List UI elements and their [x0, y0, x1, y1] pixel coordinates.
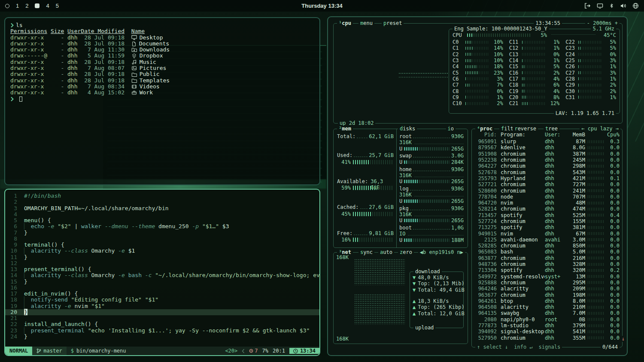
sort-selector[interactable]: ← cpu lazy → [580, 126, 620, 132]
process-cpu-graph [588, 177, 605, 180]
terminal-window-ls[interactable]: lsPermissionsSizeUserDate ModifiedNamedr… [4, 17, 320, 185]
process-row[interactable]: 964508alacrittydhh210M0.0 [474, 304, 620, 310]
cpu-core: C141% [509, 57, 560, 63]
workspace-3-active[interactable] [35, 3, 39, 8]
column-header[interactable]: Program: [497, 132, 545, 138]
ls-header: Permissions [10, 28, 51, 34]
interface-selector[interactable]: ◀b enp191s0 n▶ [418, 249, 465, 256]
process-memory: 0B [567, 317, 585, 323]
process-memory: 198M [567, 292, 585, 298]
file-date: 7 Aug 08:34 [81, 84, 125, 90]
proc-key-hints: ↑ select ↓info ↵signals [475, 344, 562, 350]
column-header[interactable]: Pid: [474, 132, 497, 138]
process-row[interactable]: 2125avahi-daemonavahi3.0M0.0 [474, 237, 620, 243]
process-row[interactable]: 963877chromiumdhh216M0.0 [474, 255, 620, 261]
process-row[interactable]: 2080napi/phy0-0root0B0.0 [474, 317, 620, 323]
core-label: C23 [565, 45, 577, 51]
process-row[interactable]: 778704nodedhh707M0.0 [474, 194, 620, 200]
net-stat-row: ▼Top: (2,13 Mib) [413, 281, 461, 287]
code-line: 20} [5, 309, 319, 315]
process-memory: 421M [567, 175, 585, 181]
process-table-header[interactable]: Pid:Program:User:MemBCpu% [474, 132, 620, 138]
file-size: - [51, 78, 64, 84]
file-name[interactable]: $ bin/omarchy-menu [67, 347, 131, 355]
process-row[interactable]: 951908chromiumdhh387M0.0 [474, 151, 620, 157]
reverse-toggle[interactable]: reverse [513, 126, 538, 132]
tree-toggle[interactable]: tree [544, 126, 559, 132]
process-row[interactable]: 528214chromiumdhh474M0.0 [474, 206, 620, 212]
workspace-indicator[interactable] [5, 4, 9, 8]
code-buffer[interactable]: 1#!/bin/bash23OMARCHY_BIN_PATH=~/.local/… [5, 190, 319, 347]
workspace-2[interactable]: 2 [25, 3, 28, 9]
process-row[interactable]: 964227chromiumdhh298M0.0 [474, 163, 620, 169]
process-user: dhh [545, 255, 567, 261]
cpu-temperature: 45°C [600, 32, 616, 38]
system-monitor-window-btop[interactable]: ¹cpu menu preset 13:34:55 - 2000ms + up … [327, 16, 628, 356]
git-branch[interactable]: master [32, 347, 66, 355]
process-row[interactable]: 713304spotifydhh320M0.2 [474, 267, 620, 273]
process-cpu-percent: 0.0 [605, 194, 620, 200]
process-cpu-graph [588, 336, 605, 339]
process-row[interactable]: 713275spotifydhh381M0.0 [474, 224, 620, 230]
menu-button[interactable]: menu [358, 20, 374, 27]
core-meter [522, 77, 546, 80]
process-cpu-graph [588, 312, 605, 315]
disk-entry: home930G316KU265G [399, 166, 464, 185]
branch-icon [36, 348, 41, 353]
column-header[interactable]: MemB [567, 132, 585, 138]
file-row: drwx------@-dhh5 Aug 11:59Dropbox [10, 53, 314, 59]
process-row[interactable]: 528285chromiumdhh850M0.0 [474, 243, 620, 249]
process-row[interactable]: 964720nvimdhh48M0.0 [474, 200, 620, 206]
process-row[interactable]: 964246alacrittydhh209M0.0 [474, 286, 620, 292]
workspace-4[interactable]: 4 [46, 3, 49, 9]
process-row[interactable]: 527724chromiumdhh155M0.0 [474, 218, 620, 224]
proc-box-title[interactable]: ⁴proc [475, 126, 494, 132]
cpu-box-title[interactable]: ¹cpu [337, 20, 353, 27]
process-row[interactable]: 925888chromiumdhh295M0.0 [474, 280, 620, 286]
process-row[interactable]: 964261btopdhh8.0M0.0 [474, 298, 620, 304]
process-user: dhh [545, 267, 567, 273]
column-header[interactable]: Cpu% [605, 132, 620, 138]
io-toggle[interactable]: io [446, 126, 456, 132]
auto-toggle[interactable]: auto [378, 249, 394, 256]
line-number: 1 [5, 193, 24, 199]
stat-percent: 41% [337, 159, 351, 165]
process-cpu-graph [588, 226, 605, 229]
process-row[interactable]: 879567kdenlivedhh8.0G0.0 [474, 145, 620, 151]
disk-name: pkg [399, 205, 409, 211]
process-row[interactable]: 964135swaybgdhh7.0M0.0 [474, 310, 620, 316]
sync-toggle[interactable]: sync [358, 249, 374, 256]
stat-meter [353, 238, 394, 242]
process-cpu-percent: 0.0 [605, 274, 620, 280]
process-row[interactable]: 528600chromiumdhh241M0.0 [474, 187, 620, 193]
process-row[interactable]: 394092signal-desktopdhh541M0.0 [474, 329, 620, 335]
zero-toggle[interactable]: zero [398, 249, 414, 256]
process-row[interactable]: 255793Hyprlanddhh421M0.1 [474, 175, 620, 181]
process-row[interactable]: 965091slurpdhh87M0.3 [474, 139, 620, 145]
cpu-total-meter [467, 33, 532, 37]
process-row[interactable]: 549972systemd-resolvesyst+13M0.0 [474, 274, 620, 280]
process-row[interactable]: 527950chromiumdhh355M0.0 [474, 335, 620, 341]
workspace-5[interactable]: 5 [56, 3, 59, 9]
process-row[interactable]: 948736chromiumdhh328M0.0 [474, 261, 620, 267]
process-user: dhh [545, 292, 567, 298]
core-meter [578, 71, 602, 74]
scroll-down-indicator[interactable]: ↓ [621, 336, 626, 342]
process-row[interactable]: 527721chromiumdhh727M0.0 [474, 181, 620, 187]
process-row[interactable]: 952238chromiumdhh245M0.0 [474, 157, 620, 163]
process-cpu-graph [588, 250, 605, 253]
cpu-core: C121% [509, 45, 560, 51]
preset-button[interactable]: preset [382, 20, 404, 27]
workspace-1[interactable]: 1 [16, 3, 19, 9]
process-row[interactable]: 777873lm-studiodhh379M0.0 [474, 323, 620, 329]
editor-window-nvim[interactable]: 1#!/bin/bash23OMARCHY_BIN_PATH=~/.local/… [4, 189, 320, 356]
process-row[interactable]: 527678chromiumdhh543M0.0 [474, 169, 620, 175]
memory-stat: Total:62,1 GiB [337, 133, 394, 139]
process-row[interactable]: 965083bashdhh5.0M0.0 [474, 249, 620, 255]
mem-box-title[interactable]: ²mem [337, 126, 353, 132]
column-header[interactable]: User: [545, 132, 567, 138]
disks-toggle[interactable]: disks [398, 126, 417, 132]
process-row[interactable]: 963677chromiumdhh198M0.0 [474, 292, 620, 298]
process-row[interactable]: 713457spotifydhh525M0.4 [474, 212, 620, 218]
process-row[interactable]: 949015nvimdhh67M0.0 [474, 230, 620, 236]
